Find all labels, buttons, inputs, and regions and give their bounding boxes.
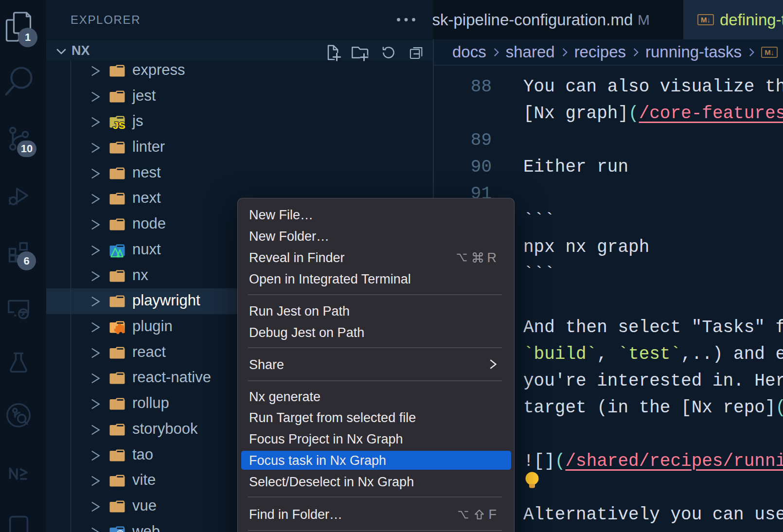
- svg-text:JS: JS: [113, 120, 125, 130]
